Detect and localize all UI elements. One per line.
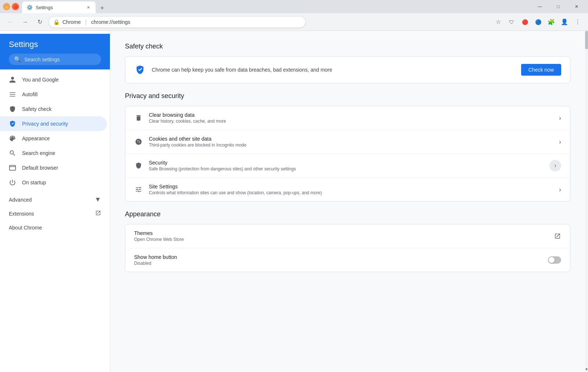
search-icon: 🔍 <box>14 56 21 63</box>
sidebar-item-you-and-google[interactable]: You and Google <box>0 72 107 87</box>
main-area: Settings 🔍 Search settings You and Googl… <box>0 31 588 372</box>
scrollbar-thumb[interactable] <box>585 31 588 49</box>
sidebar-item-privacy-security[interactable]: Privacy and security <box>0 116 107 131</box>
favicon-group: 🤚 🔴 <box>3 3 19 10</box>
url-separator: | <box>85 19 87 25</box>
security-title: Security <box>149 160 544 166</box>
sidebar-label-extensions: Extensions <box>9 211 34 217</box>
new-tab-button[interactable]: + <box>97 3 107 13</box>
svg-point-6 <box>138 142 139 143</box>
site-settings-item[interactable]: Site Settings Controls what information … <box>125 178 570 201</box>
safety-check-card: Chrome can help keep you safe from data … <box>125 56 570 83</box>
clear-browsing-data-subtitle: Clear history, cookies, cache, and more <box>149 119 553 124</box>
minimize-button[interactable]: — <box>531 1 548 12</box>
advanced-section[interactable]: Advanced ▼ <box>0 193 110 206</box>
toolbar-icons: ☆ 🛡 🔴 🔵 🧩 👤 ⋮ <box>492 16 584 28</box>
sidebar-label-about-chrome: About Chrome <box>9 225 42 231</box>
show-home-button-item: Show home button Disabled <box>125 248 570 272</box>
appearance-card: Themes Open Chrome Web Store Show home b… <box>125 224 570 272</box>
privacy-security-title: Privacy and security <box>125 92 570 100</box>
sidebar-label-you-and-google: You and Google <box>22 77 59 83</box>
cookie-icon <box>134 137 143 146</box>
site-settings-content: Site Settings Controls what information … <box>149 184 553 195</box>
sidebar-nav: You and Google Autofill Safety check <box>0 69 110 237</box>
profile-icon[interactable]: 👤 <box>559 16 570 28</box>
address-bar[interactable]: 🔒 Chrome | chrome://settings <box>49 16 306 28</box>
appearance-icon <box>9 135 16 142</box>
svg-point-2 <box>136 139 142 145</box>
safety-check-shield-icon <box>134 64 146 76</box>
themes-item[interactable]: Themes Open Chrome Web Store <box>125 224 570 248</box>
bitwarden-icon[interactable]: 🛡 <box>506 16 517 28</box>
scrollbar-down-arrow[interactable]: ▼ <box>585 366 588 372</box>
sidebar-item-safety-check[interactable]: Safety check <box>0 102 107 116</box>
sidebar-item-extensions[interactable]: Extensions <box>0 206 110 221</box>
security-content: Security Safe Browsing (protection from … <box>149 160 544 171</box>
show-home-button-content: Show home button Disabled <box>134 254 542 266</box>
menu-icon[interactable]: ⋮ <box>572 16 584 28</box>
privacy-security-section: Privacy and security Clear browsing data… <box>125 92 570 202</box>
tab-title: Settings <box>36 5 82 10</box>
extensions-external-icon <box>95 210 101 217</box>
browser-frame: 🤚 🔴 ⚙️ Settings ✕ + — □ ✕ ← → ↻ 🔒 Chrome… <box>0 0 588 372</box>
sidebar-item-on-startup[interactable]: On startup <box>0 175 107 190</box>
sidebar-item-appearance[interactable]: Appearance <box>0 131 107 146</box>
svg-point-3 <box>137 140 138 141</box>
refresh-button[interactable]: ↻ <box>34 16 46 28</box>
security-item[interactable]: Security Safe Browsing (protection from … <box>125 154 570 178</box>
safety-check-description: Chrome can help keep you safe from data … <box>152 67 515 73</box>
tab-favicon-1: 🤚 <box>3 3 10 10</box>
cookies-item[interactable]: Cookies and other site data Third-party … <box>125 130 570 154</box>
sidebar-item-about-chrome[interactable]: About Chrome <box>0 221 107 234</box>
safety-check-section: Safety check Chrome can help keep you sa… <box>125 43 570 83</box>
clear-browsing-data-arrow: › <box>559 114 561 122</box>
extension-red-icon[interactable]: 🔴 <box>519 16 531 28</box>
svg-point-5 <box>139 142 140 143</box>
cookies-arrow: › <box>559 138 561 146</box>
privacy-security-card: Clear browsing data Clear history, cooki… <box>125 106 570 202</box>
window-controls: — □ ✕ <box>531 1 585 12</box>
search-bar[interactable]: 🔍 Search settings <box>9 54 101 65</box>
site-settings-subtitle: Controls what information sites can use … <box>149 190 553 195</box>
show-home-button-title: Show home button <box>134 254 542 260</box>
sidebar: Settings 🔍 Search settings You and Googl… <box>0 31 110 372</box>
extension-blue-icon[interactable]: 🔵 <box>532 16 544 28</box>
back-button[interactable]: ← <box>4 16 16 28</box>
sidebar-item-search-engine[interactable]: Search engine <box>0 146 107 160</box>
safety-check-card-inner: Chrome can help keep you safe from data … <box>125 57 570 83</box>
safety-check-icon <box>9 105 16 113</box>
puzzle-icon[interactable]: 🧩 <box>545 16 557 28</box>
clear-browsing-data-content: Clear browsing data Clear history, cooki… <box>149 112 553 124</box>
sidebar-label-on-startup: On startup <box>22 180 46 185</box>
maximize-button[interactable]: □ <box>550 1 567 12</box>
sidebar-label-safety-check: Safety check <box>22 106 51 112</box>
cookies-content: Cookies and other site data Third-party … <box>149 136 553 148</box>
scrollbar-track: ▼ <box>585 31 588 372</box>
svg-point-4 <box>139 140 140 141</box>
bookmark-icon[interactable]: ☆ <box>492 16 504 28</box>
person-icon <box>9 76 16 83</box>
clear-browsing-data-title: Clear browsing data <box>149 112 553 118</box>
sidebar-item-autofill[interactable]: Autofill <box>0 87 107 102</box>
settings-title: Settings <box>9 40 101 49</box>
show-home-button-toggle[interactable] <box>548 256 561 264</box>
autofill-icon <box>9 91 16 98</box>
trash-icon <box>134 113 143 122</box>
active-tab[interactable]: ⚙️ Settings ✕ <box>22 1 96 13</box>
search-placeholder: Search settings <box>24 57 60 62</box>
omnibox-scheme: Chrome <box>62 19 81 25</box>
sidebar-label-privacy: Privacy and security <box>22 121 68 127</box>
clear-browsing-data-item[interactable]: Clear browsing data Clear history, cooki… <box>125 106 570 130</box>
cookies-title: Cookies and other site data <box>149 136 553 142</box>
security-shield-icon <box>134 161 143 170</box>
appearance-title: Appearance <box>125 210 570 218</box>
security-arrow-circle[interactable]: › <box>549 160 561 171</box>
check-now-button[interactable]: Check now <box>521 64 561 76</box>
forward-button[interactable]: → <box>19 16 31 28</box>
close-button[interactable]: ✕ <box>568 1 585 12</box>
tab-close-button[interactable]: ✕ <box>85 4 91 10</box>
svg-rect-0 <box>10 165 16 170</box>
themes-content: Themes Open Chrome Web Store <box>134 230 548 242</box>
appearance-section: Appearance Themes Open Chrome Web Store <box>125 210 570 272</box>
sidebar-item-default-browser[interactable]: Default browser <box>0 160 107 175</box>
